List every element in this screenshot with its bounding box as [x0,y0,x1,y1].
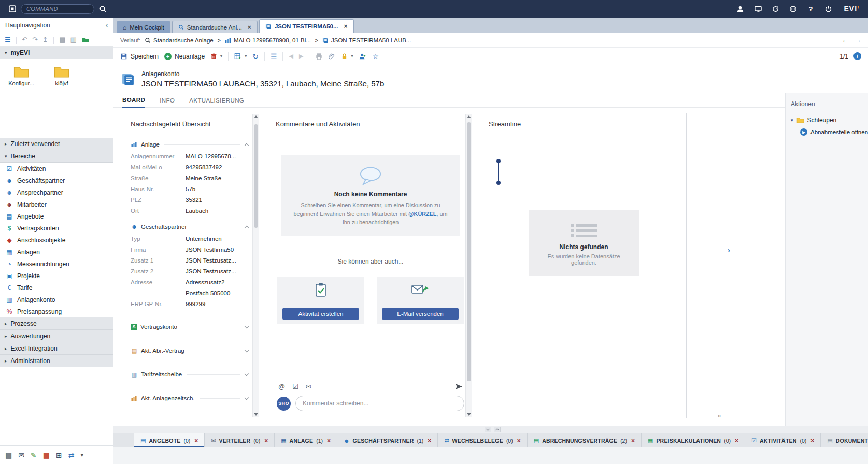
section-header[interactable]: S Vertragskonto [131,321,248,333]
panel-collapse-icon[interactable]: « [718,412,721,419]
close-icon[interactable]: × [428,437,431,444]
power-icon[interactable] [824,5,833,13]
sidebar-section-zuletzt-verwendet[interactable]: ▸ Zuletzt verwendet [0,138,113,150]
new-folder-icon[interactable] [81,37,89,43]
bottom-tab[interactable]: ▤ ABRECHNUNGSVERTRÄGE (2) × [528,433,642,447]
sidebar-item[interactable]: € Tarife [0,282,113,294]
scroll-thumb[interactable] [467,122,471,381]
email-icon[interactable]: ✉ [306,383,311,390]
close-icon[interactable]: × [264,437,268,444]
close-icon[interactable]: × [517,437,521,444]
bottom-tab[interactable]: ✉ VERTEILER (0) × [205,433,275,447]
save-button[interactable]: Speichern [120,53,159,60]
scrollbar[interactable] [252,114,259,417]
mention-link[interactable]: @KÜRZEL [408,211,436,217]
bottom-tab[interactable]: ▦ PREISKALKULATIONEN (0) × [642,433,745,447]
tab-standardsuche[interactable]: Standardsuche Anl... × [172,21,258,33]
history-forward-icon[interactable]: → [855,36,861,44]
edit-icon[interactable]: ✎ [31,451,37,459]
close-icon[interactable]: × [248,24,251,31]
sidebar-item[interactable]: ☻ Ansprechpartner [0,186,113,198]
tab-info[interactable]: INFO [160,97,175,107]
sidebar-item[interactable]: $ Vertragskonten [0,222,113,234]
scroll-up-icon[interactable] [467,115,471,118]
close-icon[interactable]: × [631,437,635,444]
close-icon[interactable]: × [344,23,348,30]
myevi-folder[interactable]: Konfigur... [5,65,37,86]
panel-up-icon[interactable] [494,427,501,432]
section-header[interactable]: ▥ Tarifzeitscheibe [131,368,248,381]
sidebar-item[interactable]: ▥ Anlagenkonto [0,294,113,306]
send-email-button[interactable]: E-Mail versenden [382,308,459,320]
close-icon[interactable]: × [327,437,331,444]
upload-icon[interactable]: ↥ [42,36,48,44]
copy-icon[interactable]: ▤ [59,36,65,44]
section-header[interactable]: ▤ Akt. Abr.-Vertrag [131,344,248,357]
bottom-tab[interactable]: ▤ DOKUMENTE (0) × [821,433,868,447]
sidebar-section-bereiche[interactable]: ▾ Bereiche [0,150,113,163]
bottom-tab[interactable]: ⇄ WECHSELBELEGE (0) × [438,433,527,447]
sidebar-item[interactable]: ☻ Geschäftspartner [0,175,113,186]
assign-user-icon[interactable] [359,53,366,60]
redo-icon[interactable] [772,5,780,13]
user-icon[interactable] [736,5,745,13]
sidebar-item[interactable]: ◔ Messeinrichtungen [0,258,113,270]
myevi-folder[interactable]: klöjvf [46,65,78,86]
chevron-down-icon[interactable]: ▾ [80,452,83,458]
command-input[interactable] [21,4,94,14]
sidebar-section-administration[interactable]: ▸Administration [0,355,113,367]
menu-icon[interactable]: ☰ [5,36,11,44]
collapse-chevron-icon[interactable] [245,226,249,230]
scroll-thumb[interactable] [254,124,258,228]
sidebar-item[interactable]: ▤ Angebote [0,210,113,222]
breadcrumb-item[interactable]: JSON TESTFIRMA50 LAUB... [322,37,411,44]
next-record-icon[interactable]: ▶ [299,53,303,60]
section-header[interactable]: ☻ Geschäftspartner [131,221,248,233]
new-record-button[interactable]: + Neuanlage [164,53,205,60]
close-icon[interactable]: × [810,437,814,444]
panel-expand-icon[interactable]: › [728,246,730,254]
app-logo-icon[interactable] [8,5,17,13]
scrollbar[interactable] [465,114,472,417]
sidebar-item[interactable]: ▣ Projekte [0,270,113,282]
tab-mein-cockpit[interactable]: ⌂ Mein Cockpit [117,21,170,33]
expand-chevron-icon[interactable] [245,395,249,399]
expand-chevron-icon[interactable] [245,371,249,375]
expand-chevron-icon[interactable] [245,324,249,328]
delete-button[interactable]: ▾ [210,53,222,60]
monitor-icon[interactable] [754,5,762,13]
redo-icon[interactable]: ↷ [32,36,38,44]
duplicate-icon[interactable]: ▥ [70,36,76,44]
timeline-dot[interactable] [496,159,501,163]
bottom-tab[interactable]: ▦ ANLAGE (1) × [275,433,337,447]
close-icon[interactable]: × [194,437,198,444]
help-icon[interactable]: ? [807,5,815,13]
lock-button[interactable]: ▾ [341,53,353,60]
swap-icon[interactable]: ⇄ [68,451,75,459]
breadcrumb-item[interactable]: Standardsuche Anlage [145,37,214,44]
list-menu-icon[interactable]: ☰ [271,52,277,61]
info-icon[interactable]: i [853,52,861,60]
globe-icon[interactable] [789,5,798,13]
breadcrumb-item[interactable]: MALO-12995678908, 01 Bl... [225,37,311,44]
history-back-icon[interactable]: ← [842,36,848,44]
undo-icon[interactable]: ↶ [22,36,27,44]
section-header[interactable]: Anlage [131,138,248,151]
scroll-up-icon[interactable] [254,115,258,118]
report-icon[interactable]: ▤ [5,451,12,459]
section-header[interactable]: Akt. Anlagenzeitsch. [131,392,248,404]
mail-icon[interactable]: ✉ [18,451,24,459]
close-icon[interactable]: × [735,437,738,444]
actions-folder-schleupen[interactable]: ▾ Schleupen [791,117,863,124]
sidebar-item[interactable]: ☑ Aktivitäten [0,163,113,175]
sidebar-item[interactable]: ☻ Mitarbeiter [0,198,113,210]
calendar-icon[interactable]: ▦ [43,451,50,459]
sidebar-item[interactable]: % Preisanpassung [0,306,113,317]
scroll-down-icon[interactable] [254,413,258,416]
sidebar-section-auswertungen[interactable]: ▸Auswertungen [0,330,113,342]
sidebar-section-myevi[interactable]: ▾ myEVI [0,47,113,59]
search-icon[interactable] [98,5,107,13]
bottom-tab[interactable]: ▤ ANGEBOTE (0) × [134,433,205,447]
sidebar-section-excel-integration[interactable]: ▸Excel-Integration [0,342,113,355]
add-display-icon[interactable]: ⊞ [56,451,62,459]
